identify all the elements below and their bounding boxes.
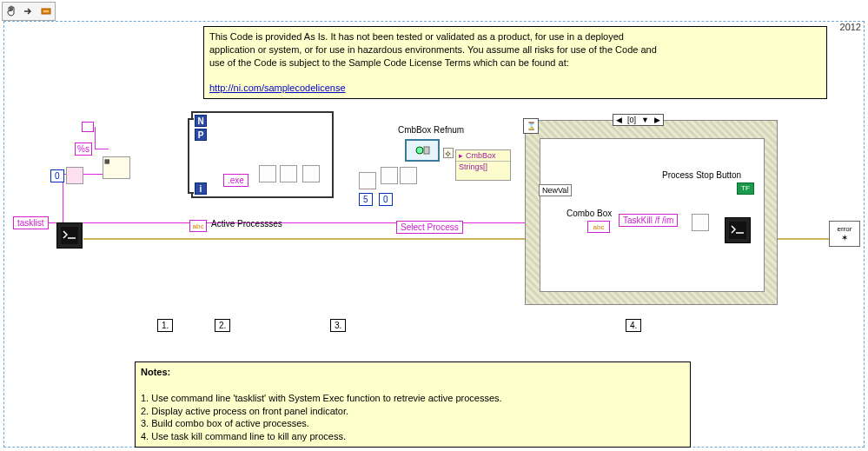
property-node[interactable]: ▸ CmbBox Strings[] (455, 149, 511, 181)
svg-rect-1 (61, 227, 78, 244)
event-inner: NewVal Process Stop Button TF Combo Box … (540, 138, 765, 292)
five-constant: 5 (359, 193, 373, 206)
combo-box-terminal-icon: abc (587, 221, 610, 233)
note-line: 4. Use task kill command line to kill an… (141, 431, 346, 441)
note-line: 2. Display active process on front panel… (141, 406, 348, 416)
note-line: 1. Use command line 'tasklist' with Syst… (141, 393, 502, 403)
wrench-icon: ✧ (443, 148, 454, 158)
process-stop-button-label: Process Stop Button (662, 170, 741, 180)
string-subset-node[interactable] (280, 165, 297, 182)
percent-s-constant: %s (75, 143, 92, 156)
disclaimer-line: use of the Code is subject to the Sample… (209, 57, 569, 68)
svg-rect-4 (729, 222, 746, 239)
boolean-terminal-icon: TF (737, 182, 754, 195)
note-line: 3. Build combo box of active processes. (141, 418, 309, 428)
for-loop[interactable]: N P i .exe (191, 111, 334, 198)
arrow-icon[interactable] (21, 3, 36, 19)
step-marker-2: 2. (215, 319, 230, 332)
zero-constant: 0 (50, 169, 64, 182)
toolbar (2, 2, 56, 21)
select-process-label: Select Process (396, 221, 463, 234)
notes-title: Notes: (141, 367, 170, 377)
zero-constant-2: 0 (379, 193, 393, 206)
notes-box: Notes: 1. Use command line 'tasklist' wi… (135, 361, 691, 448)
scan-from-string-node[interactable]: ▦ (103, 156, 130, 179)
year-label: 2012 (838, 22, 863, 32)
disclaimer-line: This Code is provided As Is. It has not … (209, 31, 624, 42)
match-pattern-node[interactable] (259, 165, 276, 182)
taskkill-constant: TaskKill /f /im (619, 214, 678, 227)
disclaimer-note: This Code is provided As Is. It has not … (203, 26, 827, 99)
exe-constant: .exe (223, 174, 248, 187)
error-out-cluster: error ✶ (829, 221, 860, 247)
timeout-terminal-icon: ⌛ (523, 118, 539, 134)
build-array-node[interactable] (381, 167, 398, 184)
event-case-selector[interactable]: ◀ [0] ▼ ▶ (613, 114, 664, 126)
p-terminal: P (195, 129, 207, 141)
newval-terminal: NewVal (539, 184, 572, 196)
svg-point-2 (416, 147, 423, 154)
active-processes-label: Active Processses (211, 219, 282, 229)
property-line: Strings[] (456, 162, 510, 172)
system-exec-node[interactable] (56, 222, 83, 249)
event-structure[interactable]: ⌛ ◀ [0] ▼ ▶ NewVal Process Stop Button T… (525, 120, 778, 305)
event-index: [0] (625, 116, 639, 124)
delete-from-array-node[interactable] (359, 172, 376, 189)
array-subset-node[interactable] (66, 167, 83, 184)
step-marker-4: 4. (626, 319, 641, 332)
i-terminal: i (195, 182, 207, 195)
step-marker-3: 3. (330, 319, 346, 332)
trim-whitespace-node[interactable] (302, 165, 320, 182)
empty-string-constant (82, 122, 94, 132)
break-icon[interactable] (38, 3, 54, 19)
property-line: ▸ CmbBox (456, 150, 510, 162)
string-wire (95, 149, 109, 149)
string-wire (95, 127, 96, 149)
n-terminal: N (195, 115, 207, 127)
disclaimer-line: application or system, or for use in haz… (209, 44, 657, 55)
step-marker-1: 1. (157, 319, 173, 332)
array-node[interactable] (400, 167, 417, 184)
string-indicator-icon: abc (189, 220, 207, 232)
control-refnum[interactable] (405, 139, 440, 162)
cmbbox-refnum-label: CmbBox Refnum (398, 125, 464, 135)
tasklist-constant: tasklist (13, 216, 49, 229)
error-label: error (838, 225, 852, 233)
hand-tool-icon[interactable] (3, 3, 19, 19)
license-link[interactable]: http://ni.com/samplecodelicense (209, 83, 346, 93)
combo-box-label: Combo Box (567, 209, 612, 218)
svg-rect-3 (424, 147, 429, 154)
system-exec-node-2[interactable] (725, 217, 751, 243)
concat-strings-node[interactable] (692, 214, 709, 231)
